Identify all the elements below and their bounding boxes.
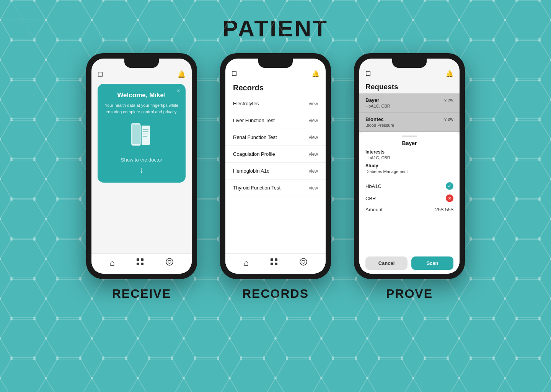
welcome-card: × Welcome, Mike! Your health data at you… — [98, 84, 186, 183]
svg-rect-21 — [141, 263, 143, 265]
show-doctor-text: Show to the doctor — [104, 157, 179, 163]
page-title: PATIENT — [0, 0, 551, 42]
svg-rect-19 — [141, 258, 143, 261]
close-icon[interactable]: × — [177, 88, 180, 95]
records-header: Records — [225, 79, 326, 95]
panel-actions: Cancel Scan — [365, 256, 453, 270]
phone2-settings-icon[interactable] — [299, 258, 308, 268]
record-name-renal: Renal Function Test — [233, 134, 277, 140]
phone-prove-wrapper: ☐ 🔔 Requests Bayer HbA1C, CBR view — [354, 53, 465, 301]
phone3-status-bar: ☐ 🔔 — [359, 68, 460, 79]
welcome-heading: Welcome, Mike! — [104, 91, 179, 99]
phone1-nav: ⌂ — [91, 253, 192, 274]
phone-receive-wrapper: ☐ 🔔 × Welcome, Mike! Your health data at… — [86, 53, 197, 301]
panel-items: HbA1C ✓ CBR ✕ Amount 25$-55$ — [365, 180, 453, 253]
phone1-notch — [124, 59, 159, 68]
biontec-info: Biontec Blood Pressure — [365, 116, 394, 127]
panel-handle — [402, 136, 417, 137]
phone-prove: ☐ 🔔 Requests Bayer HbA1C, CBR view — [354, 53, 465, 279]
panel-row-cbr: CBR ✕ — [365, 192, 453, 204]
panel-row-hba1c: HbA1C ✓ — [365, 180, 453, 192]
svg-rect-13 — [142, 126, 150, 145]
svg-rect-27 — [275, 263, 277, 265]
welcome-body: Your health data at your fingertips whil… — [104, 102, 179, 115]
phone1-home-icon[interactable]: ⌂ — [109, 258, 114, 268]
request-item-bayer: Bayer HbA1C, CBR view — [359, 93, 460, 113]
phone1-status-bar: ☐ 🔔 — [91, 68, 192, 80]
phone2-status-bar: ☐ 🔔 — [225, 68, 326, 79]
study-label: Study — [365, 163, 453, 168]
svg-point-28 — [300, 258, 307, 265]
phone-records-wrapper: ☐ 🔔 Records Electrolytes view Liver Func… — [220, 53, 331, 301]
scan-button[interactable]: Scan — [411, 256, 453, 270]
phone3-bell-icon: 🔔 — [446, 70, 453, 77]
study-value: Diabetes Management — [365, 169, 453, 174]
record-link-hemoglobin[interactable]: view — [309, 168, 318, 174]
phone-receive-screen: ☐ 🔔 × Welcome, Mike! Your health data at… — [91, 59, 192, 274]
biontec-sub: Blood Pressure — [365, 123, 394, 127]
phone-records: ☐ 🔔 Records Electrolytes view Liver Func… — [220, 53, 331, 279]
cbr-x-icon: ✕ — [446, 194, 453, 202]
phone-prove-label: PROVE — [386, 287, 433, 301]
bayer-view-link[interactable]: view — [444, 97, 453, 103]
record-link-renal[interactable]: view — [309, 135, 318, 140]
svg-rect-18 — [137, 258, 139, 261]
record-link-liver[interactable]: view — [309, 118, 318, 123]
record-item-thyroid: Thyroid Function Test view — [225, 180, 326, 196]
record-item-liver: Liver Function Test view — [225, 112, 326, 129]
phone-receive-label: RECEIVE — [112, 287, 171, 301]
biontec-view-link[interactable]: view — [444, 116, 453, 122]
svg-point-23 — [168, 260, 171, 263]
svg-rect-26 — [271, 263, 273, 265]
phone-records-label: RECORDS — [242, 287, 309, 301]
phone2-nav: ⌂ — [225, 253, 326, 274]
phone1-grid-icon[interactable] — [136, 258, 144, 268]
svg-rect-20 — [137, 263, 139, 265]
svg-rect-25 — [275, 258, 277, 261]
records-list: Electrolytes view Liver Function Test vi… — [225, 95, 326, 253]
svg-rect-24 — [271, 258, 273, 261]
bayer-name: Bayer — [365, 97, 390, 103]
cancel-button[interactable]: Cancel — [365, 256, 408, 270]
svg-point-29 — [302, 260, 305, 263]
phone2-bell-icon: 🔔 — [312, 70, 320, 77]
book-icon — [130, 122, 153, 149]
panel-row-amount: Amount 25$-55$ — [365, 204, 453, 215]
phone1-scan-icon: ☐ — [98, 71, 103, 78]
bottom-panel: Bayer Interests HbA1C, CBR Study Diabete… — [359, 132, 460, 274]
record-link-thyroid[interactable]: view — [309, 185, 318, 191]
requests-list: Bayer HbA1C, CBR view Biontec Blood Pres… — [359, 93, 460, 132]
phone1-settings-icon[interactable] — [165, 258, 174, 268]
phone1-content: × Welcome, Mike! Your health data at you… — [91, 80, 192, 253]
arrow-down-icon: ↓ — [104, 165, 179, 175]
book-icon-container — [104, 122, 179, 149]
record-name-electrolytes: Electrolytes — [233, 101, 259, 106]
phone1-bell-icon: 🔔 — [177, 70, 186, 78]
bayer-info: Bayer HbA1C, CBR — [365, 97, 390, 108]
phones-container: ☐ 🔔 × Welcome, Mike! Your health data at… — [0, 53, 551, 301]
record-item-hemoglobin: Hemoglobin A1c view — [225, 163, 326, 180]
phone2-home-icon[interactable]: ⌂ — [243, 258, 248, 268]
amount-label: Amount — [365, 207, 383, 212]
record-name-thyroid: Thyroid Function Test — [233, 185, 280, 191]
record-link-electrolytes[interactable]: view — [309, 101, 318, 106]
phone-records-screen: ☐ 🔔 Records Electrolytes view Liver Func… — [225, 59, 326, 274]
hba1c-label: HbA1C — [365, 183, 381, 189]
cbr-label: CBR — [365, 196, 376, 201]
phone-prove-screen: ☐ 🔔 Requests Bayer HbA1C, CBR view — [359, 59, 460, 274]
record-item-renal: Renal Function Test view — [225, 129, 326, 146]
biontec-name: Biontec — [365, 116, 394, 122]
svg-point-22 — [166, 258, 173, 265]
hba1c-check-icon: ✓ — [446, 182, 453, 190]
amount-value: 25$-55$ — [435, 207, 453, 212]
record-link-coagulation[interactable]: view — [309, 152, 318, 157]
svg-rect-11 — [132, 124, 140, 145]
panel-company: Bayer — [365, 140, 453, 146]
record-item-coagulation: Coagulation Profile view — [225, 146, 326, 163]
interests-value: HbA1C, CBR — [365, 155, 453, 160]
phone2-notch — [258, 59, 293, 68]
phone-receive: ☐ 🔔 × Welcome, Mike! Your health data at… — [86, 53, 197, 279]
phone2-grid-icon[interactable] — [270, 258, 278, 268]
interests-label: Interests — [365, 149, 453, 155]
phone2-scan-icon: ☐ — [231, 70, 237, 77]
